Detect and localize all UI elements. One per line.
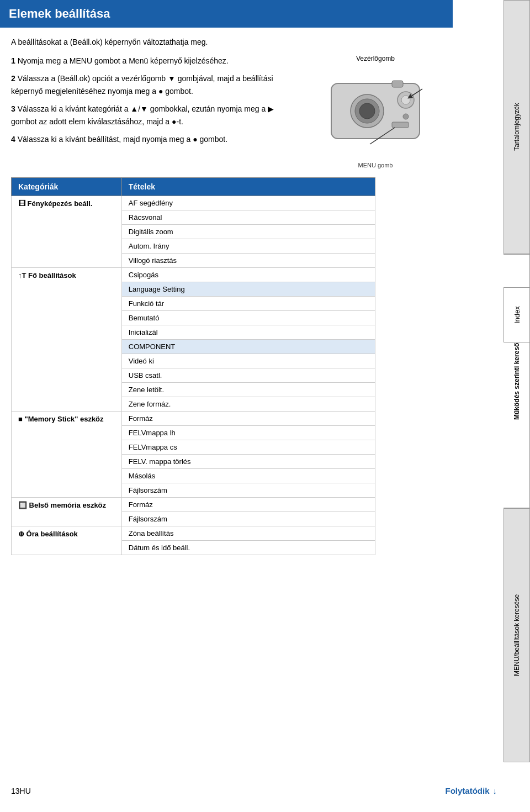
- category-cell-1: ↑T Fő beállítások: [12, 268, 122, 412]
- item-cell: Villogó riasztás: [121, 254, 375, 268]
- item-cell: Inicializál: [121, 325, 375, 340]
- item-cell: Formáz: [121, 498, 375, 512]
- sidebar-tab-menu-beallitasok[interactable]: MENU/beállítások keresése: [504, 508, 530, 762]
- item-cell: Digitális zoom: [121, 225, 375, 239]
- item-cell: Videó ki: [121, 354, 375, 368]
- item-cell: COMPONENT: [121, 340, 375, 354]
- item-cell: Zene letölt.: [121, 383, 375, 397]
- sidebar-tab-index[interactable]: Index: [504, 287, 530, 342]
- page-title: Elemek beállítása: [9, 7, 110, 20]
- continue-arrow: ↓: [493, 786, 497, 795]
- camera-diagram-section: Vezérlőgomb: [309, 55, 442, 168]
- camera-svg: [315, 67, 436, 155]
- svg-point-3: [359, 103, 375, 119]
- svg-rect-8: [392, 122, 409, 128]
- category-cell-2: ■ "Memory Stick" eszköz: [12, 412, 122, 498]
- svg-point-6: [401, 96, 410, 104]
- item-cell: FELVmappa cs: [121, 440, 375, 455]
- menu-gomb-label: MENU gomb: [358, 162, 393, 168]
- step-1: 1 Nyomja meg a MENU gombot a Menü képern…: [11, 55, 298, 67]
- category-cell-0: 🎞 Fényképezés beáll.: [12, 196, 122, 268]
- item-cell: Zene formáz.: [121, 397, 375, 412]
- item-cell: Funkció tár: [121, 297, 375, 311]
- page-number: 13HU: [11, 787, 31, 795]
- item-cell: Dátum és idő beáll.: [121, 541, 375, 555]
- main-content: A beállításokat a (Beáll.ok) képernyőn v…: [0, 28, 453, 564]
- category-cell-3: 🔲 Belső memória eszköz: [12, 498, 122, 526]
- item-cell: Autom. Irány: [121, 239, 375, 254]
- svg-rect-4: [392, 81, 403, 87]
- settings-table: Kategóriák Tételek 🎞 Fényképezés beáll.A…: [11, 177, 375, 555]
- continue-link[interactable]: Folytatódik: [445, 786, 489, 795]
- item-cell: Fájlsorszám: [121, 483, 375, 498]
- item-cell: Bemutató: [121, 311, 375, 325]
- page-header: Elemek beállítása: [0, 0, 453, 28]
- item-cell: Fájlsorszám: [121, 512, 375, 526]
- item-cell: Csipogás: [121, 268, 375, 282]
- item-cell: AF segédfény: [121, 196, 375, 210]
- steps-section: 1 Nyomja meg a MENU gombot a Menü képern…: [11, 55, 298, 168]
- category-cell-4: ⊕ Óra beállítások: [12, 526, 122, 555]
- step-4: 4 Válassza ki a kívánt beállítást, majd …: [11, 133, 298, 145]
- item-cell: Másolás: [121, 469, 375, 483]
- vezerlőgomb-label: Vezérlőgomb: [356, 55, 395, 62]
- svg-point-7: [403, 114, 409, 119]
- item-cell: Zóna beállítás: [121, 526, 375, 541]
- right-sidebar: Tartalomjegyzék Működés szerinti kereső …: [504, 0, 530, 762]
- table-header-categories: Kategóriák: [12, 178, 122, 196]
- sidebar-tab-tartalomjegyzek[interactable]: Tartalomjegyzék: [504, 0, 530, 254]
- item-cell: USB csatl.: [121, 368, 375, 383]
- item-cell: Language Setting: [121, 282, 375, 297]
- step-2: 2 Válassza a (Beáll.ok) opciót a vezérlő…: [11, 72, 298, 97]
- item-cell: Rácsvonal: [121, 210, 375, 225]
- table-header-items: Tételek: [121, 178, 375, 196]
- item-cell: Formáz: [121, 412, 375, 426]
- step-3: 3 Válassza ki a kívánt kategóriát a ▲/▼ …: [11, 103, 298, 128]
- item-cell: FELVmappa lh: [121, 426, 375, 440]
- intro-text: A beállításokat a (Beáll.ok) képernyőn v…: [11, 36, 442, 48]
- item-cell: FELV. mappa törlés: [121, 455, 375, 469]
- steps-and-image: 1 Nyomja meg a MENU gombot a Menü képern…: [11, 55, 442, 168]
- footer-continue[interactable]: Folytatódik ↓: [445, 786, 497, 795]
